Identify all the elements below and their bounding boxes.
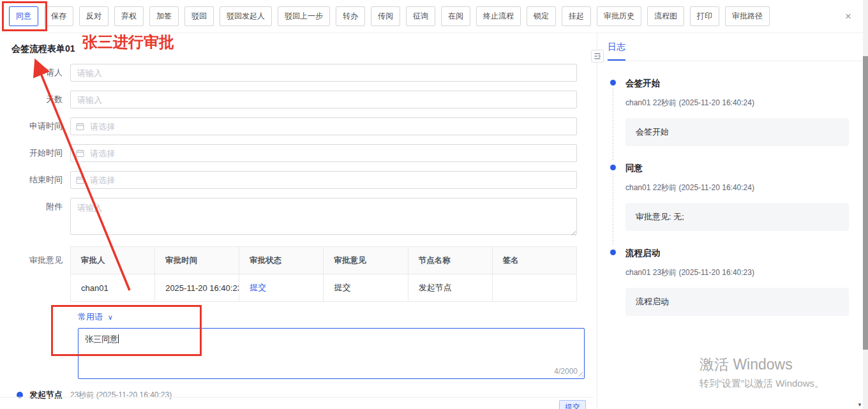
calendar-icon bbox=[76, 123, 84, 131]
tab-log[interactable]: 日志 bbox=[608, 33, 625, 61]
approval-form: 会签流程表单01 申请人 天数 申请时间 开始时间 bbox=[0, 33, 594, 409]
table-row: chan01 2025-11-20 16:40:23 提交 提交 发起节点 bbox=[71, 274, 577, 302]
status-link[interactable]: 提交 bbox=[239, 274, 324, 302]
field-label-applicant: 申请人 bbox=[0, 67, 70, 78]
timeline-dot bbox=[610, 80, 616, 86]
field-label-start-time: 开始时间 bbox=[0, 147, 70, 159]
toolbar-button-reject-to-initiator[interactable]: 驳回发起人 bbox=[220, 6, 272, 26]
toolbar-button-terminate-process[interactable]: 终止流程 bbox=[476, 6, 521, 26]
watermark-line1: 激活 Windows bbox=[700, 355, 824, 375]
toolbar-button-circulate[interactable]: 传阅 bbox=[371, 6, 400, 26]
toolbar-button-in-review[interactable]: 在阅 bbox=[441, 6, 470, 26]
collapse-panel-icon bbox=[594, 52, 601, 60]
toolbar-button-abstain[interactable]: 弃权 bbox=[114, 6, 144, 26]
col-approval-opinion: 审批意见 bbox=[324, 247, 408, 274]
toolbar-button-reject-previous-step[interactable]: 驳回上一步 bbox=[278, 6, 330, 26]
applicant-input[interactable] bbox=[70, 64, 577, 82]
node-meta: 23秒前 (2025-11-20 16:40:23) bbox=[70, 390, 172, 401]
field-label-apply-time: 申请时间 bbox=[0, 121, 70, 132]
toolbar-button-agree[interactable]: 同意 bbox=[9, 6, 38, 26]
col-node-name: 节点名称 bbox=[408, 247, 492, 274]
toolbar-button-approval-path[interactable]: 审批路径 bbox=[725, 6, 770, 26]
toolbar-button-approval-history[interactable]: 审批历史 bbox=[597, 6, 641, 26]
timeline-dot bbox=[610, 165, 616, 170]
col-approval-time: 审批时间 bbox=[155, 247, 239, 274]
vertical-scrollbar[interactable] bbox=[863, 0, 868, 409]
log-entry: 会签开始 chan01 22秒前 (2025-11-20 16:40:24) 会… bbox=[610, 78, 849, 146]
field-label-days: 天数 bbox=[0, 94, 70, 105]
log-entry-title: 会签开始 bbox=[625, 78, 849, 89]
log-panel: 日志 会签开始 chan01 22秒前 (2025-11-20 16:40:24… bbox=[597, 33, 863, 409]
scrollbar-thumb[interactable] bbox=[863, 56, 868, 350]
log-entry-title: 流程启动 bbox=[625, 248, 849, 259]
toolbar-button-oppose[interactable]: 反对 bbox=[79, 6, 108, 26]
log-entry-meta: chan01 23秒前 (2025-11-20 16:40:23) bbox=[625, 267, 849, 278]
toolbar-button-transfer[interactable]: 转办 bbox=[336, 6, 365, 26]
toolbar: 同意 保存 反对 弃权 加签 驳回 驳回发起人 驳回上一步 转办 传阅 征询 在… bbox=[0, 0, 863, 33]
comment-text: 张三同意 bbox=[85, 334, 118, 344]
toolbar-button-reject[interactable]: 驳回 bbox=[184, 6, 214, 26]
scrollbar-down-arrow[interactable]: ▼ bbox=[857, 402, 862, 408]
cell-node-name: 发起节点 bbox=[408, 274, 492, 302]
common-phrases-label: 常用语 bbox=[78, 312, 103, 322]
field-label-approval-opinion: 审批意见 bbox=[0, 246, 70, 274]
start-time-input[interactable] bbox=[70, 144, 577, 162]
toolbar-button-lock[interactable]: 锁定 bbox=[527, 6, 556, 26]
toolbar-button-add-sign[interactable]: 加签 bbox=[149, 6, 179, 26]
close-icon[interactable]: × bbox=[845, 11, 851, 22]
toolbar-button-suspend[interactable]: 挂起 bbox=[562, 6, 591, 26]
log-entry-title: 同意 bbox=[625, 163, 849, 174]
log-entry-content: 流程启动 bbox=[625, 288, 849, 316]
approval-table: 审批人 审批时间 审批状态 审批意见 节点名称 签名 chan01 2025-1… bbox=[70, 246, 577, 302]
log-timeline: 会签开始 chan01 22秒前 (2025-11-20 16:40:24) 会… bbox=[597, 61, 863, 316]
windows-activation-watermark: 激活 Windows 转到“设置”以激活 Windows。 bbox=[700, 355, 824, 390]
form-title: 会签流程表单01 bbox=[11, 43, 594, 55]
start-node-row: 发起节点 23秒前 (2025-11-20 16:40:23) bbox=[17, 389, 594, 401]
chevron-down-icon: ∨ bbox=[108, 313, 113, 321]
common-phrases-link[interactable]: 常用语 ∨ bbox=[78, 312, 113, 322]
comment-textarea[interactable]: 张三同意 4/2000 bbox=[78, 328, 585, 379]
timeline-dot bbox=[610, 249, 616, 255]
end-time-input[interactable] bbox=[70, 171, 577, 189]
cell-signature bbox=[492, 274, 576, 302]
bottom-divider bbox=[0, 397, 594, 398]
cell-approver: chan01 bbox=[71, 274, 155, 302]
panel-header: 日志 bbox=[597, 33, 863, 61]
table-header-row: 审批人 审批时间 审批状态 审批意见 节点名称 签名 bbox=[71, 247, 577, 274]
log-entry: 流程启动 chan01 23秒前 (2025-11-20 16:40:23) 流… bbox=[610, 248, 849, 316]
log-entry-meta: chan01 22秒前 (2025-11-20 16:40:24) bbox=[625, 98, 849, 108]
field-label-end-time: 结束时间 bbox=[0, 174, 70, 186]
col-signature: 签名 bbox=[492, 247, 576, 274]
toolbar-button-consult[interactable]: 征询 bbox=[406, 6, 435, 26]
watermark-line2: 转到“设置”以激活 Windows。 bbox=[700, 378, 824, 390]
apply-time-input[interactable] bbox=[70, 117, 577, 135]
days-input[interactable] bbox=[70, 91, 577, 108]
log-entry-content: 审批意见: 无; bbox=[625, 203, 849, 231]
col-approval-status: 审批状态 bbox=[239, 247, 324, 274]
collapse-panel-button[interactable] bbox=[591, 50, 604, 63]
toolbar-button-flow-diagram[interactable]: 流程图 bbox=[647, 6, 684, 26]
log-entry-content: 会签开始 bbox=[625, 118, 849, 146]
node-title: 发起节点 bbox=[29, 389, 63, 401]
toolbar-button-print[interactable]: 打印 bbox=[690, 6, 719, 26]
log-entry-meta: chan01 22秒前 (2025-11-20 16:40:24) bbox=[625, 182, 849, 193]
calendar-icon bbox=[76, 149, 84, 158]
text-caret bbox=[118, 334, 119, 343]
log-entry: 同意 chan01 22秒前 (2025-11-20 16:40:24) 审批意… bbox=[610, 163, 849, 231]
cell-approval-opinion: 提交 bbox=[324, 274, 408, 302]
cell-approval-time: 2025-11-20 16:40:23 bbox=[155, 274, 239, 302]
attachment-textarea[interactable] bbox=[70, 198, 577, 235]
col-approver: 审批人 bbox=[71, 247, 155, 274]
calendar-icon bbox=[76, 176, 84, 184]
char-counter: 4/2000 bbox=[554, 367, 578, 376]
submit-button[interactable]: 提交 bbox=[559, 400, 586, 409]
toolbar-button-save[interactable]: 保存 bbox=[44, 6, 73, 26]
field-label-attachment: 附件 bbox=[0, 198, 70, 216]
